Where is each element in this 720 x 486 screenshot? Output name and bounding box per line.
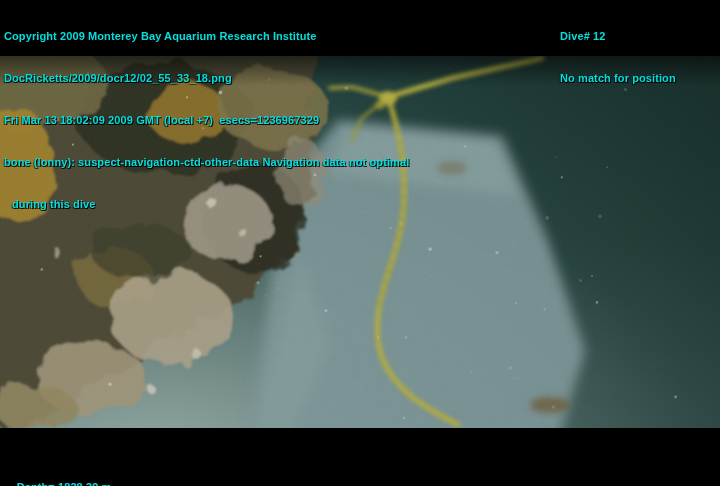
overlay-top-left: Copyright 2009 Monterey Bay Aquarium Res… (4, 1, 409, 239)
timestamp-line: Fri Mar 13 18:02:09 2009 GMT (local +7) … (4, 113, 409, 127)
video-framegrab-screen: Copyright 2009 Monterey Bay Aquarium Res… (0, 0, 720, 486)
copyright-line: Copyright 2009 Monterey Bay Aquarium Res… (4, 29, 409, 43)
dive-number: Dive# 12 (560, 29, 676, 43)
overlay-top-right: Dive# 12 No match for position (560, 1, 676, 113)
annotation-line-1: bone (lonny): suspect-navigation-ctd-oth… (4, 155, 409, 169)
position-status: No match for position (560, 71, 676, 85)
filepath-line: DocRicketts/2009/docr12/02_55_33_18.png (4, 71, 409, 85)
depth-reading: Depth= 1828.39 m (17, 481, 112, 486)
sensor-readout: Depth= 1828.39 m Temp= 2.278 C Sal= 34.5… (4, 466, 120, 486)
annotation-line-2: during this dive (4, 197, 409, 211)
